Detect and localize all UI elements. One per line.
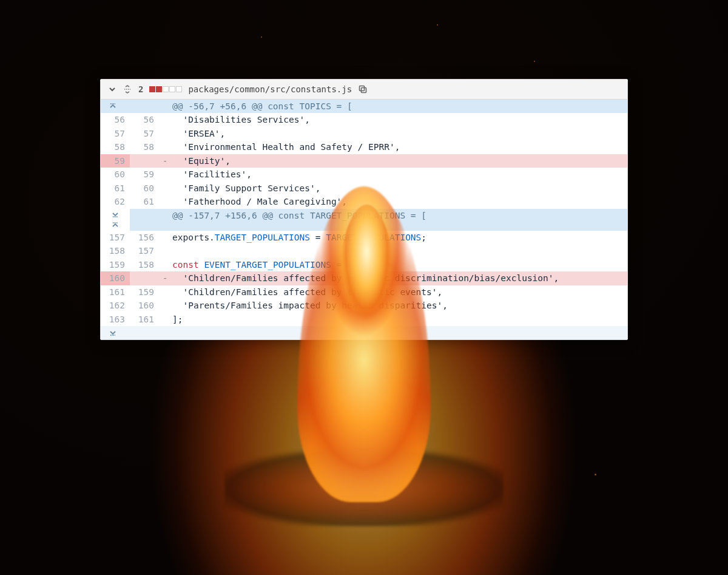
line-number-old[interactable]: 161	[101, 285, 130, 299]
code-content: 'Children/Families affected by traumatic…	[171, 285, 627, 299]
diff-marker	[159, 299, 171, 312]
diff-marker	[159, 231, 171, 244]
diff-line-context[interactable]: 6059 'Facilities',	[101, 168, 627, 181]
expand-down-icon[interactable]	[101, 209, 130, 220]
line-number-new[interactable]: 157	[130, 244, 159, 257]
diff-marker	[159, 313, 171, 326]
diff-marker	[159, 195, 171, 208]
diff-line-context[interactable]: 5757 'ERSEA',	[101, 127, 627, 140]
expand-all-icon[interactable]	[123, 84, 132, 94]
line-number-old[interactable]: 163	[101, 313, 130, 326]
code-content: 'Parents/Families impacted by health dis…	[171, 299, 627, 312]
line-number-new[interactable]: 59	[130, 168, 159, 181]
diff-line-context[interactable]: 157156exports.TARGET_POPULATIONS = TARGE…	[101, 231, 627, 244]
code-content: 'Equity',	[171, 154, 627, 168]
hunk-header-text: @@ -56,7 +56,6 @@ const TOPICS = [	[171, 100, 627, 113]
line-number-old[interactable]: 58	[101, 140, 130, 154]
copy-path-icon[interactable]	[358, 84, 368, 94]
line-number-old[interactable]: 162	[101, 299, 130, 312]
line-number-new[interactable]: 60	[130, 182, 159, 195]
code-content: 'Facilities',	[171, 168, 627, 181]
file-path[interactable]: packages/common/src/constants.js	[188, 84, 352, 94]
diff-line-context[interactable]: 5656 'Disabilities Services',	[101, 113, 627, 126]
line-number-old[interactable]: 62	[101, 195, 130, 208]
code-content	[171, 244, 627, 257]
line-number-old[interactable]: 60	[101, 168, 130, 181]
diff-line-deletion[interactable]: 59- 'Equity',	[101, 154, 627, 168]
change-count: 2	[138, 84, 143, 94]
line-number-old[interactable]: 160	[101, 271, 130, 285]
expand-up-icon[interactable]	[101, 220, 130, 231]
line-number-new[interactable]: 57	[130, 127, 159, 140]
code-content: ];	[171, 313, 627, 326]
svg-rect-2	[360, 86, 365, 91]
diff-marker: -	[159, 271, 171, 285]
line-number-new[interactable]: 156	[130, 231, 159, 244]
line-number-new[interactable]: 161	[130, 313, 159, 326]
code-content: 'Children/Families affected by systemic …	[171, 271, 627, 285]
line-number-new[interactable]: 56	[130, 113, 159, 126]
line-number-old[interactable]: 59	[101, 154, 130, 168]
diff-line-context[interactable]: 5858 'Environmental Health and Safety / …	[101, 140, 627, 154]
hunk-header-row[interactable]: @@ -157,7 +156,6 @@ const TARGET_POPULAT…	[101, 209, 627, 231]
diff-line-context[interactable]: 6261 'Fatherhood / Male Caregiving',	[101, 195, 627, 208]
line-number-old[interactable]: 57	[101, 127, 130, 140]
line-number-new[interactable]: 159	[130, 285, 159, 299]
line-number-new[interactable]	[130, 154, 159, 168]
chevron-down-icon[interactable]	[108, 85, 116, 94]
diff-file-panel: 2 packages/common/src/constants.js @@ -5…	[100, 79, 628, 340]
hunk-header-text: @@ -157,7 +156,6 @@ const TARGET_POPULAT…	[171, 209, 627, 231]
code-content: 'Environmental Health and Safety / EPRR'…	[171, 140, 627, 154]
diff-line-context[interactable]: 162160 'Parents/Families impacted by hea…	[101, 299, 627, 312]
line-number-new[interactable]: 61	[130, 195, 159, 208]
line-number-old[interactable]: 61	[101, 182, 130, 195]
line-number-old[interactable]: 159	[101, 258, 130, 271]
diff-marker	[159, 182, 171, 195]
code-content: 'Family Support Services',	[171, 182, 627, 195]
diff-line-context[interactable]: 163161];	[101, 313, 627, 326]
expand-down-icon[interactable]	[101, 326, 125, 339]
diff-line-deletion[interactable]: 160- 'Children/Families affected by syst…	[101, 271, 627, 285]
code-content: 'Disabilities Services',	[171, 113, 627, 126]
diff-line-context[interactable]: 159158const EVENT_TARGET_POPULATIONS = [	[101, 258, 627, 271]
diff-line-context[interactable]: 6160 'Family Support Services',	[101, 182, 627, 195]
diff-line-context[interactable]: 161159 'Children/Families affected by tr…	[101, 285, 627, 299]
hunk-header-row[interactable]: @@ -56,7 +56,6 @@ const TOPICS = [	[101, 100, 627, 113]
expand-up-icon[interactable]	[101, 100, 125, 113]
diff-line-context[interactable]: 158157	[101, 244, 627, 257]
line-number-new[interactable]: 158	[130, 258, 159, 271]
diff-marker	[159, 113, 171, 126]
code-content: 'ERSEA',	[171, 127, 627, 140]
svg-rect-1	[362, 88, 366, 93]
diff-marker	[159, 168, 171, 181]
expand-bottom-row[interactable]	[101, 326, 627, 339]
diff-marker	[159, 258, 171, 271]
diff-marker	[159, 244, 171, 257]
code-content: 'Fatherhood / Male Caregiving',	[171, 195, 627, 208]
code-content: exports.TARGET_POPULATIONS = TARGET_POPU…	[171, 231, 627, 244]
diff-body: @@ -56,7 +56,6 @@ const TOPICS = [ 5656 …	[101, 100, 627, 339]
line-number-new[interactable]	[130, 271, 159, 285]
diff-file-header: 2 packages/common/src/constants.js	[101, 80, 627, 100]
line-number-old[interactable]: 157	[101, 231, 130, 244]
diff-stat-squares	[149, 86, 182, 92]
diff-marker: -	[159, 154, 171, 168]
diff-marker	[159, 127, 171, 140]
diff-marker	[159, 140, 171, 154]
line-number-old[interactable]: 56	[101, 113, 130, 126]
code-content: const EVENT_TARGET_POPULATIONS = [	[171, 258, 627, 271]
line-number-new[interactable]: 160	[130, 299, 159, 312]
line-number-old[interactable]: 158	[101, 244, 130, 257]
line-number-new[interactable]: 58	[130, 140, 159, 154]
diff-marker	[159, 285, 171, 299]
